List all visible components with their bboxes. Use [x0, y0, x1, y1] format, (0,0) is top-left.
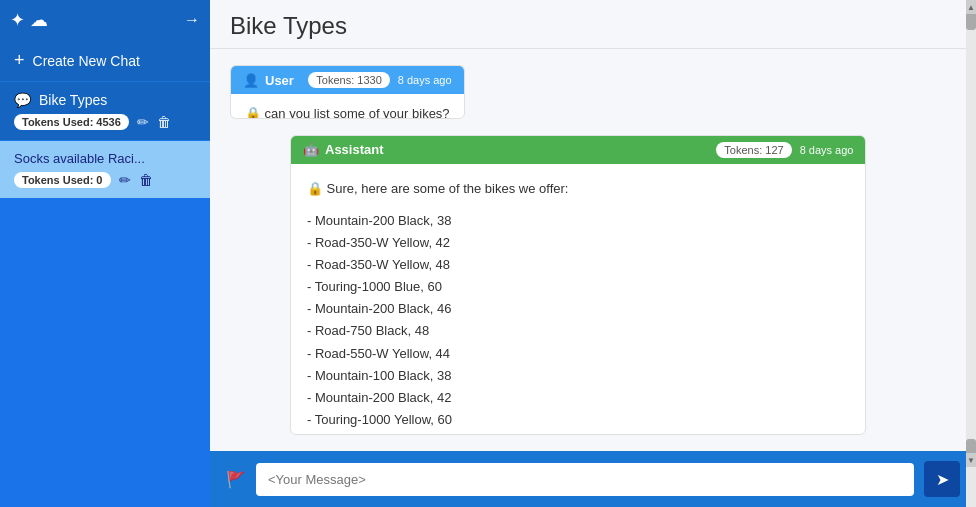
assistant-header-meta: Tokens: 127 8 days ago — [716, 142, 853, 158]
assistant-message-header: 🤖 Assistant Tokens: 127 8 days ago — [291, 136, 865, 164]
assistant-icon: 🤖 — [303, 142, 319, 157]
input-bar-icon: 🚩 — [226, 470, 246, 489]
user-name: User — [265, 73, 294, 88]
sidebar-header: ✦ ☁ → — [0, 0, 210, 40]
assistant-message-card: 🤖 Assistant Tokens: 127 8 days ago 🔒 Sur… — [290, 135, 866, 435]
chat-icon: 💬 — [14, 92, 31, 108]
bike-list-item: - Road-750 Black, 48 — [307, 320, 849, 342]
scrollbar-up-icon[interactable]: ▲ — [966, 0, 976, 14]
sidebar-item-socks-meta: Tokens Used: 0 ✏ 🗑 — [14, 172, 196, 188]
socks-edit-icon[interactable]: ✏ — [119, 172, 131, 188]
bike-types-tokens-badge: Tokens Used: 4536 — [14, 114, 129, 130]
user-tokens-chip: Tokens: 1330 — [308, 72, 389, 88]
chat-area: 👤 User Tokens: 1330 8 days ago 🔒 can you… — [210, 49, 976, 451]
assistant-time-label: 8 days ago — [800, 144, 854, 156]
user-time-label: 8 days ago — [398, 74, 452, 86]
user-header-meta: Tokens: 1330 8 days ago — [308, 72, 451, 88]
sidebar-nav-arrow-icon[interactable]: → — [184, 11, 200, 29]
send-button[interactable]: ➤ — [924, 461, 960, 497]
plus-icon: + — [14, 50, 25, 71]
assistant-name: Assistant — [325, 142, 384, 157]
assistant-message-body: 🔒 Sure, here are some of the bikes we of… — [291, 164, 865, 435]
user-message-header: 👤 User Tokens: 1330 8 days ago — [231, 66, 464, 94]
user-icon: 👤 — [243, 73, 259, 88]
bike-list-item: - Mountain-200 Black, 42 — [307, 387, 849, 409]
bike-list-item: - Touring-1000 Yellow, 60 — [307, 409, 849, 431]
assistant-tokens-chip: Tokens: 127 — [716, 142, 791, 158]
assistant-label: 🤖 Assistant — [303, 142, 384, 157]
sidebar-item-bike-types-label: Bike Types — [39, 92, 107, 108]
input-bar: 🚩 ➤ — [210, 451, 976, 507]
sidebar-item-socks-header: Socks available Raci... — [14, 151, 196, 166]
sidebar-item-socks-label: Socks available Raci... — [14, 151, 145, 166]
bike-list-item: - Mountain-100 Black, 38 — [307, 365, 849, 387]
page-title: Bike Types — [230, 12, 956, 40]
bike-list-item: - Mountain-200 Black, 38 — [307, 210, 849, 232]
sidebar-item-bike-types-meta: Tokens Used: 4536 ✏ 🗑 — [14, 114, 196, 130]
bike-list-item: - Mountain-200 Black, 46 — [307, 298, 849, 320]
sidebar: ✦ ☁ → + Create New Chat 💬 Bike Types Tok… — [0, 0, 210, 507]
user-message-text: 🔒 can you list some of your bikes? — [245, 106, 450, 119]
user-label: 👤 User — [243, 73, 294, 88]
user-message-card: 👤 User Tokens: 1330 8 days ago 🔒 can you… — [230, 65, 465, 119]
create-new-chat-button[interactable]: + Create New Chat — [0, 40, 210, 82]
user-message-body: 🔒 can you list some of your bikes? — [231, 94, 464, 119]
scrollbar-down-icon[interactable]: ▼ — [966, 453, 976, 467]
bike-list-item: - Road-350-W Yellow, 48 — [307, 254, 849, 276]
main-panel: Bike Types 👤 User Tokens: 1330 8 days ag… — [210, 0, 976, 507]
create-new-chat-label: Create New Chat — [33, 53, 140, 69]
bike-list-item: - Road-550-W Yellow, 44 — [307, 343, 849, 365]
delete-icon[interactable]: 🗑 — [157, 114, 171, 130]
socks-delete-icon[interactable]: 🗑 — [139, 172, 153, 188]
bike-list-item: - Touring-1000 Blue, 60 — [307, 276, 849, 298]
bike-list-item: - Road-350-W Yellow, 42 — [307, 232, 849, 254]
logo-icon: ✦ ☁ — [10, 9, 48, 31]
sidebar-logo: ✦ ☁ — [10, 9, 48, 31]
main-header: Bike Types — [210, 0, 976, 49]
send-icon: ➤ — [936, 470, 949, 489]
edit-icon[interactable]: ✏ — [137, 114, 149, 130]
sidebar-item-socks[interactable]: Socks available Raci... Tokens Used: 0 ✏… — [0, 141, 210, 198]
socks-tokens-badge: Tokens Used: 0 — [14, 172, 111, 188]
scrollbar-track[interactable]: ▲ ▼ — [966, 0, 976, 507]
assistant-intro: 🔒 Sure, here are some of the bikes we of… — [307, 178, 849, 200]
bike-list: - Mountain-200 Black, 38- Road-350-W Yel… — [307, 210, 849, 431]
sidebar-item-bike-types[interactable]: 💬 Bike Types Tokens Used: 4536 ✏ 🗑 — [0, 82, 210, 141]
sidebar-item-bike-types-header: 💬 Bike Types — [14, 92, 196, 108]
message-input[interactable] — [256, 463, 914, 496]
